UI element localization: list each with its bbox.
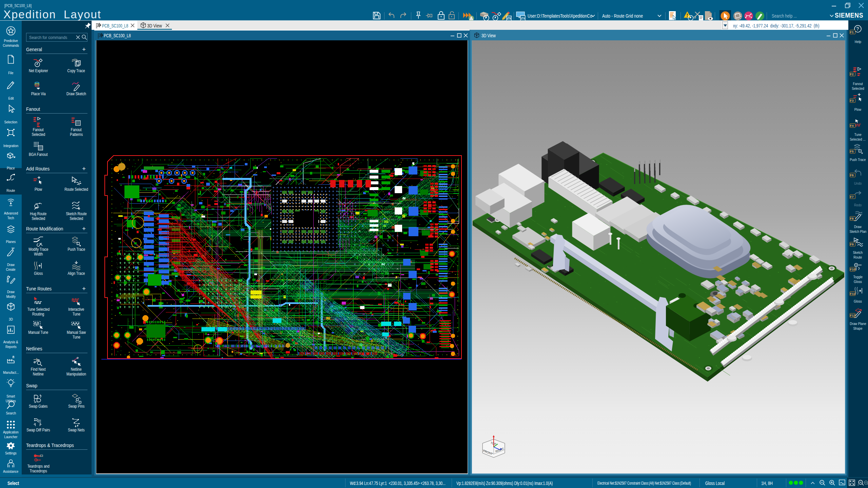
svg-text:?: ? xyxy=(856,26,859,32)
